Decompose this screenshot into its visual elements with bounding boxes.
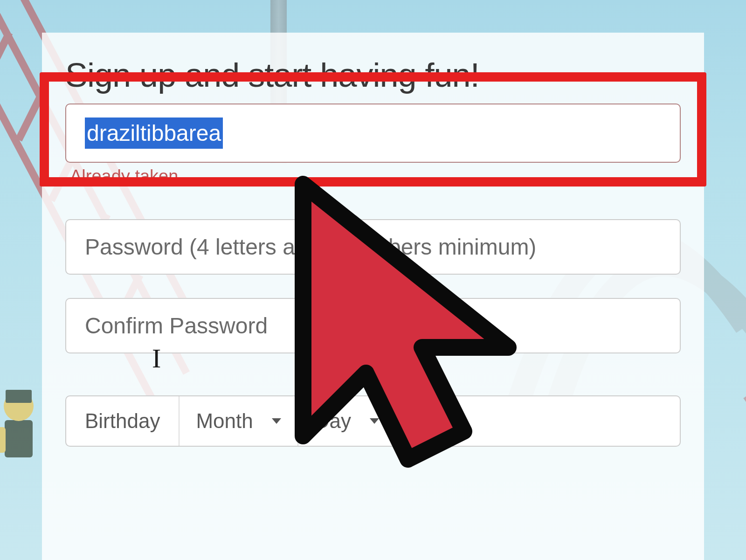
username-input[interactable]: draziltibbarea <box>65 104 681 163</box>
birthday-month-label: Month <box>196 409 253 433</box>
chevron-down-icon <box>370 418 379 424</box>
birthday-row: Birthday Month Day <box>65 395 681 447</box>
chevron-down-icon <box>454 418 463 424</box>
password-input[interactable] <box>65 219 681 275</box>
birthday-year-select[interactable] <box>396 396 480 446</box>
chevron-down-icon <box>272 418 281 424</box>
username-selected-text: draziltibbarea <box>85 118 223 149</box>
page-title: Sign up and start having fun! <box>65 56 681 94</box>
username-validation-message: Already taken <box>70 166 681 187</box>
svg-line-5 <box>19 93 42 140</box>
birthday-month-select[interactable]: Month <box>180 396 298 446</box>
svg-rect-13 <box>6 390 32 403</box>
confirm-password-input[interactable] <box>65 298 681 353</box>
svg-rect-11 <box>5 420 33 457</box>
birthday-year-label <box>413 409 435 433</box>
signup-panel: Sign up and start having fun! draziltibb… <box>42 33 704 560</box>
svg-rect-14 <box>0 427 6 453</box>
birthday-day-select[interactable]: Day <box>298 396 396 446</box>
birthday-day-label: Day <box>315 409 351 433</box>
svg-line-4 <box>0 33 9 79</box>
birthday-label: Birthday <box>66 396 180 446</box>
